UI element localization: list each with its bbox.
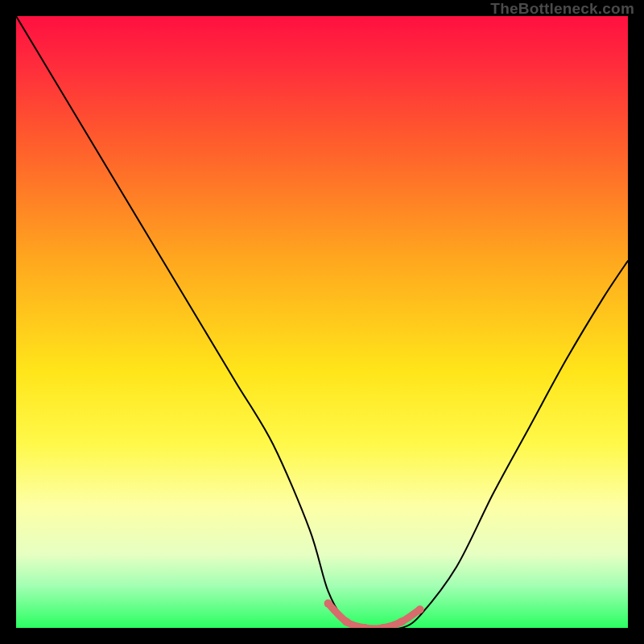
bottleneck-curve xyxy=(16,16,628,628)
watermark-text: TheBottleneck.com xyxy=(490,0,634,18)
chart-stage: TheBottleneck.com xyxy=(0,0,644,644)
optimal-band-dot xyxy=(398,617,406,625)
optimal-band xyxy=(328,604,420,628)
optimal-band-dot xyxy=(416,605,424,613)
plot-area xyxy=(16,16,628,628)
curve-layer xyxy=(16,16,628,628)
optimal-band-dot xyxy=(324,600,332,608)
optimal-band-dot xyxy=(342,617,350,625)
